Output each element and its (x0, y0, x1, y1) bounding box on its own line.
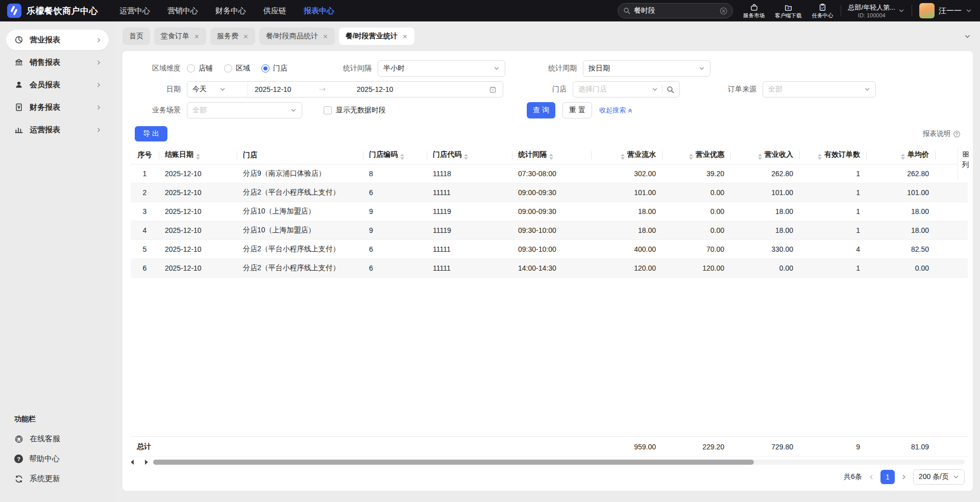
user-menu[interactable]: 汪一一 (919, 3, 972, 18)
table-empty-space (131, 278, 965, 437)
tab-service-fee[interactable]: 服务费 (210, 28, 255, 45)
topbar-divider (912, 5, 912, 16)
table-row[interactable]: 32025-12-10分店10（上海加盟店）91111909:00-09:301… (131, 202, 968, 221)
pie-chart-icon (14, 35, 23, 44)
radio-region[interactable]: 区域 (224, 64, 250, 73)
table-header-row: 序号结账日期门店门店编码门店代码统计间隔营业流水营业优惠营业收入有效订单数单均价 (131, 147, 968, 164)
online-support-item[interactable]: 在线客服 (14, 434, 115, 444)
table-row[interactable]: 62025-12-10分店2（平台小程序线上支付）61111114:00-14:… (131, 258, 968, 277)
system-update-item[interactable]: 系统更新 (14, 474, 115, 484)
close-tab-icon[interactable] (402, 34, 408, 39)
chevron-down-icon (898, 8, 904, 14)
column-header-8[interactable]: 营业收入 (730, 147, 799, 164)
pagination: 共6条 1 200 条/页 (122, 467, 973, 491)
org-switcher[interactable]: 总部/年轻人第... ID: 100004 (848, 3, 904, 18)
scroll-right-icon[interactable] (145, 460, 148, 465)
column-header-0: 序号 (131, 147, 159, 164)
chevron-down-icon (290, 107, 297, 113)
column-header-3[interactable]: 门店编码 (363, 147, 427, 164)
help-center-item[interactable]: 帮助中心 (14, 454, 115, 464)
column-header-1[interactable]: 结账日期 (159, 147, 237, 164)
receipt-icon (14, 103, 23, 112)
nav-supply-chain[interactable]: 供应链 (263, 6, 286, 16)
show-empty-checkbox[interactable]: 显示无数据时段 (324, 106, 386, 115)
period-select[interactable]: 按日期 (583, 60, 710, 77)
radio-shop[interactable]: 店铺 (187, 64, 213, 73)
scrollbar-track[interactable] (153, 460, 965, 465)
close-tab-icon[interactable] (323, 34, 328, 39)
interval-label: 统计间隔 (326, 64, 372, 73)
sort-icon (689, 154, 693, 160)
close-tab-icon[interactable] (243, 34, 249, 39)
scroll-left-icon[interactable] (131, 460, 134, 465)
column-header-6[interactable]: 营业流水 (591, 147, 662, 164)
horizontal-scrollbar (131, 458, 965, 466)
tab-home[interactable]: 首页 (122, 28, 150, 45)
next-page-icon[interactable] (901, 474, 907, 480)
prev-page-icon[interactable] (868, 474, 874, 480)
start-date-input[interactable]: 2025-12-10 (248, 85, 299, 93)
column-header-9[interactable]: 有效订单数 (799, 147, 866, 164)
topbar-search-input[interactable]: 餐时段 (618, 3, 733, 18)
date-preset-select[interactable]: 今天 (187, 82, 248, 97)
end-date-input[interactable]: 2025-12-10 (350, 85, 401, 93)
sort-icon (464, 154, 468, 160)
store-search-icon[interactable] (667, 86, 674, 93)
sidebar-item-member-report[interactable]: 会员报表 (6, 75, 109, 95)
tab-mealperiod-business-stats[interactable]: 餐/时段营业统计 (339, 28, 414, 45)
brand[interactable]: 乐檬餐饮商户中心 (7, 4, 98, 18)
filler-cell (935, 258, 968, 277)
table-row[interactable]: 22025-12-10分店2（平台小程序线上支付）61111109:00-09:… (131, 183, 968, 202)
clear-search-icon[interactable] (720, 7, 727, 15)
sidebar-item-finance-report[interactable]: 财务报表 (6, 97, 109, 117)
nav-finance-center[interactable]: 财务中心 (215, 6, 246, 16)
scrollbar-thumb[interactable] (153, 460, 754, 465)
sort-icon (758, 154, 762, 160)
sidebar-item-sales-report[interactable]: 销售报表 (6, 52, 109, 73)
calendar-icon[interactable] (489, 86, 497, 93)
table-row[interactable]: 42025-12-10分店10（上海加盟店）91111909:30-10:001… (131, 221, 968, 240)
info-circle-icon (953, 130, 961, 138)
column-header-10[interactable]: 单均价 (866, 147, 935, 164)
column-settings-panel[interactable]: 列 (958, 147, 973, 180)
order-source-select[interactable]: 全部 (763, 81, 876, 98)
nav-marketing-center[interactable]: 营销中心 (167, 6, 198, 16)
service-market-bag-icon (750, 3, 758, 12)
radio-icon (224, 64, 232, 73)
sidebar-footer: 功能栏 在线客服 帮助中心 系统更新 (0, 415, 115, 502)
table-row[interactable]: 12025-12-10分店9（南京浦口体验店）81111807:30-08:00… (131, 164, 968, 183)
page-number-button[interactable]: 1 (880, 470, 895, 484)
collapse-search-link[interactable]: 收起搜索 (599, 106, 633, 115)
store-select[interactable]: 选择门店 (573, 81, 680, 98)
service-market-button[interactable]: 服务市场 (743, 3, 765, 19)
column-header-4[interactable]: 门店代码 (427, 147, 512, 164)
close-tab-icon[interactable] (194, 34, 200, 39)
main-content: 首页 堂食订单 服务费 餐/时段商品统计 餐/时段营业统计 (115, 21, 980, 502)
radio-selected-icon (261, 64, 270, 73)
org-id: ID: 100004 (848, 12, 895, 18)
task-center-button[interactable]: 任务中心 (812, 3, 834, 19)
page-size-select[interactable]: 200 条/页 (913, 469, 965, 485)
sidebar-item-business-report[interactable]: 营业报表 (6, 30, 109, 50)
sidebar-item-operations-report[interactable]: 运营报表 (6, 119, 109, 140)
report-info-link[interactable]: 报表说明 (923, 129, 961, 138)
brand-name: 乐檬餐饮商户中心 (27, 5, 98, 17)
reset-button[interactable]: 重 置 (562, 102, 592, 118)
region-dim-label: 区域维度 (135, 64, 181, 73)
task-clipboard-icon (818, 3, 827, 12)
export-button[interactable]: 导 出 (135, 126, 167, 141)
table-row[interactable]: 52025-12-10分店2（平台小程序线上支付）61111109:30-10:… (131, 240, 968, 258)
tab-bar: 首页 堂食订单 服务费 餐/时段商品统计 餐/时段营业统计 (122, 28, 973, 45)
column-header-7[interactable]: 营业优惠 (662, 147, 730, 164)
nav-report-center[interactable]: 报表中心 (304, 6, 334, 16)
interval-select[interactable]: 半小时 (378, 60, 505, 77)
query-button[interactable]: 查 询 (527, 102, 555, 118)
tab-dinein-orders[interactable]: 堂食订单 (154, 28, 206, 45)
radio-store[interactable]: 门店 (261, 64, 287, 73)
column-header-5[interactable]: 统计间隔 (512, 147, 591, 164)
nav-operations-center[interactable]: 运营中心 (119, 6, 150, 16)
biz-scene-select[interactable]: 全部 (187, 102, 302, 118)
client-download-button[interactable]: 客户端下载 (775, 3, 802, 19)
tab-mealperiod-product-stats[interactable]: 餐/时段商品统计 (259, 28, 335, 45)
tabs-overflow-button[interactable] (962, 31, 973, 42)
